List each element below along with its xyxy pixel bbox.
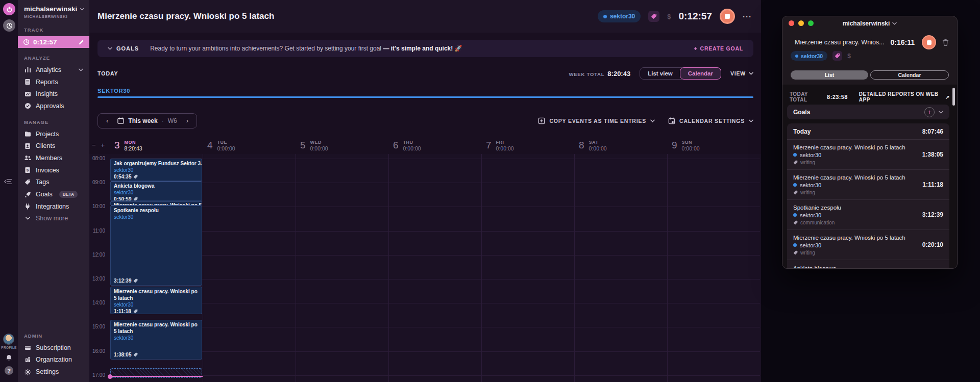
sidebar-item-tags[interactable]: Tags [18,176,89,189]
mini-timer-button[interactable] [3,19,15,32]
client-card-icon [24,143,31,149]
arrow-up-right-icon: ↗ [945,94,950,100]
entry-title: Mierzenie czasu pracy. Wnioski po 5 lata… [793,174,922,181]
sidebar-show-more[interactable]: Show more [18,213,89,225]
mini-workspace-switcher[interactable]: michalserwinski [782,20,957,27]
sidebar-item-label: Goals [36,191,53,198]
edit-pencil-icon[interactable] [78,39,84,45]
sidebar-item-settings[interactable]: Settings [18,366,89,378]
avatar[interactable] [3,334,14,345]
sidebar-item-insights[interactable]: Insights [18,88,89,100]
create-goal-button[interactable]: + CREATE GOAL [694,45,743,52]
sidebar-item-analytics[interactable]: Analytics [18,64,89,76]
sidebar-item-integrations[interactable]: Integrations [18,200,89,213]
reports-icon [24,79,31,85]
collapse-sidebar-icon[interactable] [4,179,12,185]
this-week-label[interactable]: This week · W6 [117,117,177,124]
entry-tag: writing [793,250,922,256]
tab-sektor30[interactable]: SEKTOR30 [97,88,130,94]
help-icon[interactable]: ? [5,366,13,375]
calendar-event[interactable]: Jak organizujemy Fundusz Sektor 3.0 sekt… [110,159,202,181]
time-entry-row[interactable]: Ankieta blogowa sektor30 0:50:59 [787,260,949,269]
mini-billable-icon[interactable]: $ [847,53,851,60]
calendar-grid[interactable]: 08:0009:0010:0011:0012:0013:0014:0015:00… [89,154,761,382]
sidebar-item-clients[interactable]: Clients [18,140,89,152]
sidebar-item-projects[interactable]: Projects [18,128,89,140]
day-header[interactable]: 6 THU 0:00:00 [388,137,481,154]
next-week-button[interactable]: › [184,117,190,124]
day-header[interactable]: 4 TUE 0:00:00 [203,137,296,154]
week-picker: ‹ This week · W6 › [97,113,197,129]
stop-timer-button[interactable] [720,9,735,24]
entry-title: Mierzenie czasu pracy. Wnioski po 5 lata… [793,235,922,241]
goals-banner-toggle[interactable]: GOALS [108,45,139,52]
toggl-logo-button[interactable] [3,3,15,15]
day-header[interactable]: 9 SUN 0:00:00 [667,137,760,154]
day-header[interactable]: 3 MON 8:20:43 [110,137,203,154]
mini-list-tab[interactable]: List [791,70,868,80]
rocket-icon [24,191,31,198]
calendar-event[interactable]: Mierzenie czasu pracy. Wnioski po 5 lata… [110,201,202,206]
entry-tag: communication [793,220,922,225]
calendar-event[interactable]: Mierzenie czasu pracy. Wnioski po 5 lata… [110,287,202,314]
day-header[interactable]: 7 FRI 0:00:00 [481,137,574,154]
notifications-bell-icon[interactable] [5,354,13,362]
mini-project-pill[interactable]: sektor30 [791,51,827,61]
sidebar-item-organization[interactable]: Organization [18,354,89,366]
goals-expand-icon[interactable] [939,111,943,114]
main-area: Mierzenie czasu pracy. Wnioski po 5 lata… [89,0,761,382]
calendar-view-tab[interactable]: Calendar [680,67,721,80]
day-header[interactable]: 8 SAT 0:00:00 [574,137,667,154]
add-goal-button[interactable]: + [924,107,935,117]
scrollbar[interactable] [952,88,955,106]
sidebar-item-label: Projects [36,131,59,138]
time-entry-row[interactable]: Spotkanie zespołu sektor30 communication… [787,200,949,230]
tag-icon [133,197,138,201]
today-button[interactable]: TODAY [97,70,118,77]
project-dot-icon [793,183,797,187]
entry-title: Ankieta blogowa [793,265,922,269]
sidebar-item-members[interactable]: Members [18,152,89,164]
day-header[interactable]: 5 WED 0:00:00 [296,137,388,154]
sidebar-item-subscription[interactable]: Subscription [18,342,89,354]
tag-button[interactable] [648,11,659,22]
time-entry-row[interactable]: Mierzenie czasu pracy. Wnioski po 5 lata… [787,140,949,170]
calendar-event[interactable]: Spotkanie zespołu sektor30 3:12:39 [110,206,202,286]
detailed-reports-link[interactable]: DETAILED REPORTS ON WEB APP↗ [859,91,950,103]
entry-project: sektor30 [793,242,922,248]
sidebar-item-invoices[interactable]: $ Invoices [18,164,89,176]
day-number: 7 [486,140,492,151]
mini-stop-button[interactable] [922,35,936,49]
view-dropdown[interactable]: VIEW [730,70,753,77]
mini-content: TODAY TOTAL 8:23:58 DETAILED REPORTS ON … [782,85,957,268]
entry-tag: writing [793,160,922,165]
more-options-icon[interactable]: ··· [743,12,752,21]
tag-icon [793,250,798,255]
sidebar-item-reports[interactable]: Reports [18,76,89,88]
prev-week-button[interactable]: ‹ [104,117,110,124]
time-entry-row[interactable]: Mierzenie czasu pracy. Wnioski po 5 lata… [787,170,949,200]
mini-calendar-tab[interactable]: Calendar [870,70,949,80]
list-view-tab[interactable]: List view [640,68,680,79]
track-section-label: TRACK [18,27,89,33]
running-timer-bar[interactable]: 0:12:57 [18,36,89,48]
header-timer-value: 0:12:57 [679,11,713,22]
project-pill[interactable]: sektor30 [598,10,641,22]
mini-entry-title[interactable]: Mierzenie czasu pracy. Wnios... [795,39,891,46]
time-entry-row[interactable]: Mierzenie czasu pracy. Wnioski po 5 lata… [787,230,949,260]
zoom-out-button[interactable]: − [92,141,96,149]
sidebar-item-goals[interactable]: Goals BETA [18,188,89,200]
sidebar-item-approvals[interactable]: Approvals [18,100,89,112]
sidebar-timer-value: 0:12:57 [33,38,75,46]
copy-events-button[interactable]: COPY EVENTS AS TIME ENTRIES [538,117,655,124]
mini-tag-button[interactable] [832,51,842,61]
calendar-settings-button[interactable]: CALENDAR SETTINGS [668,117,753,124]
workspace-switcher[interactable]: michalserwinski MICHALSERWINSKI [18,0,89,19]
sidebar-item-label: Members [36,155,62,162]
zoom-in-button[interactable]: + [101,141,105,149]
billable-icon[interactable]: $ [667,13,671,20]
calendar-event[interactable]: Mierzenie czasu pracy. Wnioski po 5 lata… [110,320,202,360]
calendar-event[interactable]: Ankieta blogowa sektor30 0:50:59 [110,181,202,201]
admin-section: ADMIN Subscription Organization Settings [18,333,89,378]
delete-entry-icon[interactable] [942,39,949,46]
